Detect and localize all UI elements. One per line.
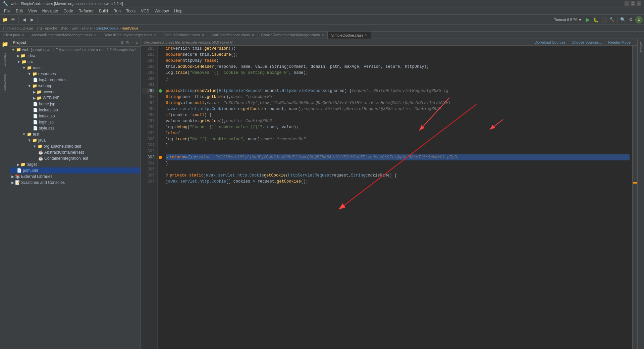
debug-btn[interactable]: 🐛	[592, 16, 599, 23]
tab-close-4[interactable]: ✕	[202, 33, 204, 37]
tree-item-test[interactable]: ▼ 📁 test	[10, 131, 141, 137]
run-btn[interactable]: ▶	[584, 16, 591, 23]
tree-item-home[interactable]: 📄 home.jsp	[10, 101, 141, 107]
tree-item-web[interactable]: ▼ 📁 web [samples-web] F:/javasec-env/shi…	[10, 47, 141, 53]
tab-close-5[interactable]: ✕	[252, 33, 254, 37]
tree-item-target[interactable]: ▶ 📁 target	[10, 161, 141, 167]
code-editor[interactable]: 285 286 287 288 289 290 291 292 293 294 …	[141, 46, 637, 349]
menu-navigate[interactable]: Navigate	[40, 8, 61, 14]
tree-item-resources[interactable]: ▼ 📁 resources	[10, 71, 141, 77]
tree-item-pom[interactable]: 📄 pom.xml	[10, 167, 141, 173]
avatar-btn[interactable]: U	[635, 16, 643, 23]
tab-abstractremember[interactable]: AbstractRememberMeManager.class ✕	[28, 32, 100, 39]
menu-edit[interactable]: Edit	[13, 8, 25, 14]
tab-close-6[interactable]: ✕	[321, 33, 324, 37]
tree-gear-icon[interactable]: ≡	[136, 40, 138, 45]
left-icon-project[interactable]: 📁	[1, 40, 9, 48]
tree-item-webapp[interactable]: ▼ 📁 webapp	[10, 83, 141, 89]
tree-item-login[interactable]: 📄 login.jsp	[10, 119, 141, 125]
code-line-292: public String readValue(HttpServletReque…	[166, 88, 630, 94]
menu-tools[interactable]: Tools	[123, 8, 138, 14]
menu-build[interactable]: Build	[96, 8, 111, 14]
forward-btn[interactable]: ▶	[29, 16, 36, 23]
tab-simplecookie[interactable]: SimpleCookie.class ✕	[328, 32, 371, 39]
breadcrumb-part-2[interactable]: apache	[45, 26, 57, 30]
tree-item-include[interactable]: 📄 include.jsp	[10, 107, 141, 113]
tab-ntest-close[interactable]: ✕	[22, 33, 24, 37]
tab-cookieremember-label: CookieRememberMeManager.class	[261, 33, 320, 37]
breadcrumb-part-3[interactable]: shiro	[60, 26, 68, 30]
code-line-307: javax.servlet.http.Cookie[] cookies = re…	[166, 179, 630, 185]
close-btn[interactable]: ✕	[637, 1, 641, 6]
tree-item-idea[interactable]: ▶ 📁 .idea	[10, 53, 141, 59]
recent-files-btn[interactable]: ☰	[9, 16, 17, 23]
build-btn[interactable]: 🔨	[608, 16, 615, 23]
code-line-305	[166, 166, 630, 172]
tab-simplecookie-label: SimpleCookie.class	[331, 33, 363, 37]
tree-item-container-test[interactable]: ☕ ContainerIntegrationTest	[10, 155, 141, 161]
tree-item-java[interactable]: ▼ 📁 java	[10, 137, 141, 143]
breakpoint-dot-292[interactable]	[159, 89, 162, 93]
run-config-label: Tomcat 8.5.79 ▼	[554, 18, 582, 22]
project-label: Project	[13, 40, 26, 45]
menu-code[interactable]: Code	[61, 8, 76, 14]
tab-ntest[interactable]: nTest.java ✕	[0, 32, 28, 39]
breadcrumb-part-5[interactable]: servlet	[82, 26, 92, 30]
bookmarks-tab[interactable]: Bookmarks	[2, 72, 7, 93]
breakpoint-dot-303[interactable]	[159, 156, 162, 159]
tab-jcacipher[interactable]: JcaCipherService.class ✕	[208, 32, 258, 39]
toolbar: 📁 ☰ ◀ ▶ Tomcat 8.5.79 ▼ ▶ 🐛 ⬛ 🔨 🔍 ⚙ U	[0, 15, 644, 25]
code-line-300: log.trace("No '{}' cookie value", name);…	[166, 136, 630, 142]
menu-file[interactable]: File	[1, 8, 13, 14]
code-line-287: boolean httpOnly = false;	[166, 58, 630, 64]
tab-defaultsecurity[interactable]: DefaultSecurityManager.class ✕	[100, 32, 161, 39]
breadcrumb-part-4[interactable]: web	[72, 26, 78, 30]
breadcrumb-part-1[interactable]: org	[37, 26, 42, 30]
structure-tab[interactable]: Structure	[2, 51, 7, 69]
menu-vcs[interactable]: VCS	[138, 8, 152, 14]
tree-item-src[interactable]: ▼ 📁 src	[10, 59, 141, 65]
tab-defaultserializer[interactable]: DefaultSerializer.class ✕	[160, 32, 208, 39]
breadcrumb-part-7[interactable]: readValue	[122, 26, 138, 30]
tree-item-scratches[interactable]: ▶ 📝 Scratches and Consoles	[10, 180, 141, 186]
back-btn[interactable]: ◀	[20, 16, 28, 23]
search-everywhere-btn[interactable]: 🔍	[619, 16, 627, 23]
stop-btn[interactable]: ⬛	[600, 16, 607, 23]
breadcrumb-part-0[interactable]: shiro-web-1.2.4.jar	[3, 26, 33, 30]
code-line-291	[166, 82, 630, 88]
tree-collapse-icon[interactable]: —	[130, 40, 134, 45]
choose-sources-btn[interactable]: Choose Sources...	[572, 40, 602, 44]
menu-view[interactable]: View	[25, 8, 40, 14]
tree-item-main[interactable]: ▼ 📁 main	[10, 65, 141, 71]
menu-run[interactable]: Run	[111, 8, 123, 14]
breadcrumb-part-6[interactable]: SimpleCookie	[96, 26, 119, 30]
tree-item-external-libs[interactable]: ▶ 📚 External Libraries	[10, 173, 141, 180]
tabs-bar: nTest.java ✕ AbstractRememberMeManager.c…	[0, 32, 644, 39]
tab-close-2[interactable]: ✕	[94, 33, 97, 37]
download-sources-btn[interactable]: Download Sources	[535, 40, 566, 44]
settings-btn[interactable]: ⚙	[627, 16, 635, 23]
tree-item-index-jsp[interactable]: 📄 index.jsp	[10, 113, 141, 119]
tree-item-style[interactable]: 📄 style.css	[10, 125, 141, 131]
tree-item-abstract-test[interactable]: ☕ AbstractContainerTest	[10, 149, 141, 155]
tree-expand-icon[interactable]: ⊞	[125, 40, 129, 45]
project-btn[interactable]: 📁	[1, 16, 9, 23]
maximize-btn[interactable]: □	[631, 1, 635, 6]
maven-tab[interactable]: Maven	[638, 39, 644, 55]
tab-cookieremember[interactable]: CookieRememberMeManager.class ✕	[258, 32, 328, 39]
tree-item-account[interactable]: ▶ 📁 account	[10, 89, 141, 95]
menu-window[interactable]: Window	[152, 8, 172, 14]
tree-settings-icon[interactable]: ⚙	[120, 40, 124, 45]
code-content[interactable]: int version = this.getVersion(); boolean…	[163, 46, 632, 349]
reader-mode-btn[interactable]: Reader Mode	[608, 40, 631, 44]
menu-refactor[interactable]: Refactor	[76, 8, 96, 14]
menu-help[interactable]: Help	[171, 8, 185, 14]
code-line-286: boolean secure = this.isSecure();	[166, 52, 630, 58]
minimize-btn[interactable]: —	[625, 1, 629, 6]
title-bar: 🔧 web - SimpleCookie.class [Maven: org.a…	[0, 0, 644, 7]
tab-close-3[interactable]: ✕	[154, 33, 157, 37]
tab-close-7[interactable]: ✕	[365, 33, 368, 37]
tree-item-org-shiro-test[interactable]: ▼ 📁 org.apache.shiro.test	[10, 143, 141, 149]
tree-item-log4j[interactable]: 📄 log4j.properties	[10, 77, 141, 83]
tree-item-webinf[interactable]: ▶ 📁 WEB-INF	[10, 95, 141, 101]
